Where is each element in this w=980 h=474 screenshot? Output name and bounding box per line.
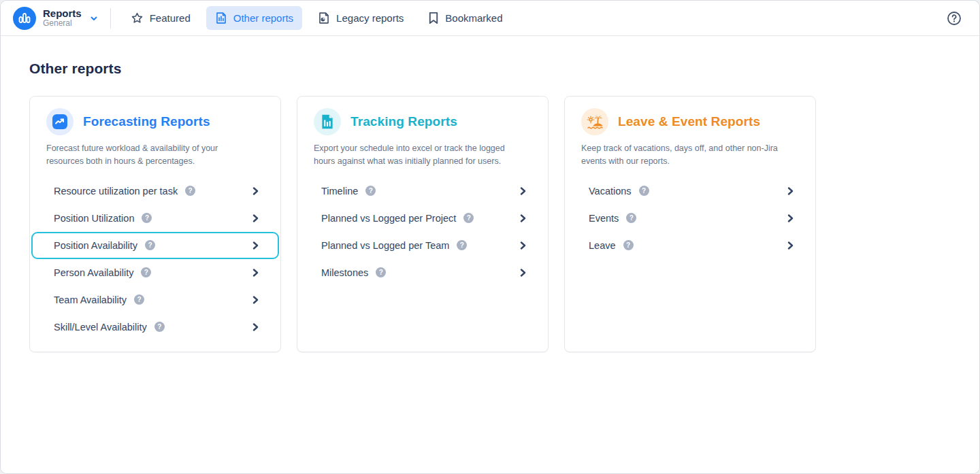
- tab-label: Other reports: [233, 12, 293, 24]
- page-title: Other reports: [29, 61, 951, 77]
- report-link[interactable]: Team Availability ?: [31, 286, 279, 314]
- app-subtitle: General: [43, 19, 82, 28]
- help-badge-icon[interactable]: ?: [626, 213, 636, 223]
- app-switcher[interactable]: Reports General: [13, 7, 98, 30]
- report-link[interactable]: Skill/Level Availability ?: [31, 314, 279, 341]
- help-badge-icon[interactable]: ?: [142, 213, 152, 223]
- report-list: Resource utilization per task ? Position…: [30, 177, 280, 341]
- card-leave-event-reports: Leave & Event Reports Keep track of vaca…: [564, 96, 816, 352]
- chevron-right-icon: [252, 214, 259, 222]
- tab-bookmarked[interactable]: Bookmarked: [419, 6, 511, 30]
- report-link[interactable]: Leave ?: [566, 232, 814, 259]
- help-badge-icon[interactable]: ?: [376, 267, 386, 277]
- topbar: Reports General Featured: [1, 1, 979, 36]
- report-link[interactable]: Position Utilization ?: [31, 205, 279, 232]
- chevron-right-icon: [252, 323, 259, 331]
- help-badge-icon[interactable]: ?: [154, 322, 165, 332]
- chevron-right-icon: [252, 296, 259, 304]
- chevron-right-icon: [520, 241, 526, 250]
- report-label: Planned vs Logged per Team: [321, 240, 449, 251]
- card-title: Forecasting Reports: [83, 114, 210, 129]
- report-document-icon: [215, 12, 227, 24]
- card-forecasting-reports: Forecasting Reports Forecast future work…: [29, 96, 281, 352]
- chevron-right-icon: [252, 241, 259, 250]
- report-label: Skill/Level Availability: [54, 322, 147, 333]
- report-link[interactable]: Position Availability ?: [31, 232, 279, 259]
- card-description: Forecast future workload & availability …: [30, 142, 280, 169]
- chevron-right-icon: [787, 241, 794, 250]
- chevron-right-icon: [787, 187, 794, 195]
- report-cards: Forecasting Reports Forecast future work…: [29, 96, 951, 352]
- star-icon: [131, 12, 144, 24]
- bar-chart-logo-icon: [13, 7, 36, 30]
- report-label: Team Availability: [54, 294, 127, 305]
- tab-featured[interactable]: Featured: [122, 6, 199, 30]
- report-link[interactable]: Events ?: [566, 205, 814, 232]
- report-label: Person Availability: [54, 267, 133, 278]
- help-badge-icon[interactable]: ?: [141, 267, 151, 277]
- document-chart-icon: [314, 108, 341, 135]
- report-link[interactable]: Person Availability ?: [31, 259, 279, 286]
- topbar-divider: [110, 8, 111, 29]
- card-header: Forecasting Reports: [30, 108, 280, 135]
- report-label: Resource utilization per task: [54, 186, 178, 197]
- chevron-down-icon[interactable]: [90, 14, 98, 22]
- report-link[interactable]: Planned vs Logged per Team ?: [299, 232, 546, 259]
- report-label: Milestones: [321, 267, 368, 278]
- report-link[interactable]: Planned vs Logged per Project ?: [299, 205, 546, 232]
- card-header: Leave & Event Reports: [565, 108, 815, 135]
- card-description: Keep track of vacations, days off, and o…: [565, 142, 815, 169]
- report-label: Planned vs Logged per Project: [321, 213, 456, 224]
- vacation-island-icon: [581, 108, 608, 135]
- chevron-right-icon: [520, 187, 526, 195]
- tab-other-reports[interactable]: Other reports: [206, 6, 302, 30]
- help-icon[interactable]: [947, 11, 962, 26]
- main-content: Other reports Forecasting Reports Foreca…: [1, 36, 979, 473]
- app-title-block: Reports General: [43, 8, 82, 27]
- report-label: Leave: [589, 240, 616, 251]
- report-list: Timeline ? Planned vs Logged per Project…: [297, 177, 548, 286]
- trend-up-icon: [46, 108, 74, 135]
- app-window: Reports General Featured: [0, 0, 980, 474]
- help-badge-icon[interactable]: ?: [185, 186, 195, 196]
- chevron-right-icon: [520, 214, 526, 222]
- help-badge-icon[interactable]: ?: [365, 186, 376, 196]
- app-title: Reports: [43, 8, 82, 19]
- card-description: Export your schedule into excel or track…: [297, 142, 548, 169]
- chevron-right-icon: [787, 214, 794, 222]
- card-title: Leave & Event Reports: [618, 114, 760, 129]
- report-link[interactable]: Milestones ?: [299, 259, 546, 286]
- report-label: Timeline: [321, 186, 358, 197]
- report-label: Vacations: [589, 186, 632, 197]
- report-link[interactable]: Timeline ?: [299, 177, 546, 205]
- help-badge-icon[interactable]: ?: [145, 240, 155, 250]
- tab-label: Legacy reports: [336, 12, 404, 24]
- bookmark-icon: [428, 12, 439, 24]
- help-badge-icon[interactable]: ?: [134, 294, 144, 305]
- tab-legacy-reports[interactable]: Legacy reports: [309, 6, 412, 30]
- chevron-right-icon: [520, 269, 526, 277]
- tab-bar: Featured Other reports: [122, 6, 512, 30]
- report-label: Position Utilization: [54, 213, 134, 224]
- tab-label: Bookmarked: [445, 12, 502, 24]
- report-label: Events: [589, 213, 619, 224]
- report-link[interactable]: Resource utilization per task ?: [31, 177, 279, 205]
- card-tracking-reports: Tracking Reports Export your schedule in…: [297, 96, 549, 352]
- report-list: Vacations ? Events ? Leave ?: [565, 177, 815, 259]
- chevron-right-icon: [252, 187, 259, 195]
- help-badge-icon[interactable]: ?: [623, 240, 634, 250]
- report-link[interactable]: Vacations ?: [566, 177, 814, 205]
- card-header: Tracking Reports: [297, 108, 548, 135]
- help-badge-icon[interactable]: ?: [457, 240, 467, 250]
- tab-label: Featured: [150, 12, 191, 24]
- chevron-right-icon: [252, 269, 259, 277]
- card-title: Tracking Reports: [350, 114, 457, 129]
- help-badge-icon[interactable]: ?: [639, 186, 649, 196]
- help-badge-icon[interactable]: ?: [463, 213, 474, 223]
- legacy-document-icon: [318, 12, 330, 24]
- report-label: Position Availability: [54, 240, 137, 251]
